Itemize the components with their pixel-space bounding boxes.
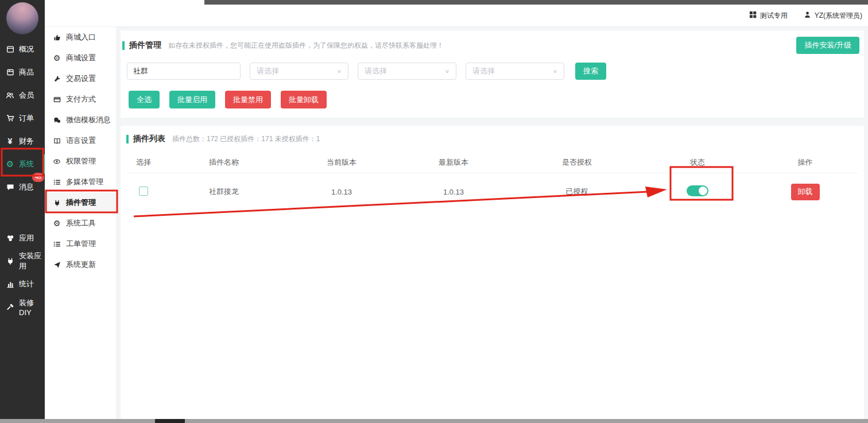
sidebar-item-orders[interactable]: 订单	[0, 107, 45, 130]
submenu-item-mall-entrance[interactable]: 商城入口	[45, 27, 117, 48]
eye-icon	[52, 158, 61, 165]
column-header-authorized: 是否授权	[511, 157, 643, 168]
submenu-item-system-tools[interactable]: ⚙ 系统工具	[45, 213, 117, 234]
apps-cluster-icon	[5, 234, 15, 242]
submenu-item-label: 多媒体管理	[66, 177, 103, 187]
book-icon	[52, 137, 61, 145]
submenu-item-work-orders[interactable]: 工单管理	[45, 234, 117, 254]
submenu-item-label: 系统更新	[66, 259, 96, 270]
sidebar-group-gap	[0, 199, 45, 227]
bar-chart-icon	[5, 280, 15, 288]
select-placeholder: 请选择	[257, 66, 279, 76]
sidebar-item-system[interactable]: ⚙ 系统	[0, 153, 45, 176]
column-header-latest-version: 最新版本	[396, 157, 511, 168]
sidebar-item-decorate-diy[interactable]: 装修DIY	[0, 296, 45, 319]
plugin-list-header: 插件列表 插件总数：172 已授权插件：171 未授权插件：1	[126, 133, 858, 145]
filter-select-2[interactable]: 请选择 ∨	[358, 63, 456, 80]
user-label: YZ(系统管理员)	[815, 11, 862, 21]
submenu-item-payment-methods[interactable]: 支付方式	[45, 89, 117, 110]
section-accent-bar	[122, 41, 125, 50]
column-header-status: 状态	[643, 157, 752, 168]
filter-select-3[interactable]: 请选择 ∨	[466, 63, 564, 80]
sidebar-item-label: 会员	[19, 90, 34, 100]
chevron-down-icon: ∨	[337, 68, 342, 74]
sidebar-item-overview[interactable]: 概况	[0, 38, 45, 61]
sidebar-item-members[interactable]: 会员	[0, 84, 45, 107]
paper-plane-icon	[52, 261, 61, 269]
select-all-button[interactable]: 全选	[129, 91, 160, 108]
sidebar-item-label: 商品	[19, 67, 34, 77]
sidebar-item-label: 概况	[19, 44, 34, 55]
submenu-item-wechat-template-messages[interactable]: 微信模板消息	[45, 110, 117, 130]
bulk-disable-button[interactable]: 批量禁用	[225, 91, 271, 108]
filter-select-1[interactable]: 请选择 ∨	[250, 63, 348, 80]
plugin-table: 选择 插件名称 当前版本 最新版本 是否授权 状态 操作 社群接龙 1.0.13…	[126, 152, 858, 210]
chat-bubble-icon	[5, 183, 15, 191]
sidebar-item-finance[interactable]: ¥ 财务	[0, 130, 45, 153]
grid-icon	[749, 11, 757, 20]
page-title: 插件管理	[129, 40, 161, 51]
sidebar-item-label: 安装应用	[19, 251, 45, 271]
cart-icon	[5, 114, 15, 122]
sidebar-item-messages[interactable]: 消息 48	[0, 176, 45, 199]
install-upgrade-button[interactable]: 插件安装/升级	[796, 37, 859, 54]
plugin-latest-version: 1.0.13	[396, 188, 511, 196]
sidebar-item-label: 系统	[19, 159, 34, 169]
gear-icon: ⚙	[52, 219, 61, 228]
plugin-stats-text: 插件总数：172 已授权插件：171 未授权插件：1	[172, 134, 320, 144]
avatar[interactable]	[6, 2, 38, 34]
bottom-scrollbar-thumb[interactable]	[155, 419, 185, 423]
row-checkbox[interactable]	[139, 187, 148, 196]
submenu-item-label: 插件管理	[66, 197, 96, 208]
sidebar-item-goods[interactable]: 商品	[0, 61, 45, 84]
list-title: 插件列表	[133, 134, 165, 144]
unread-count-badge: 48	[32, 173, 44, 182]
submenu-item-trade-settings[interactable]: 交易设置	[45, 68, 117, 89]
list-icon	[52, 240, 61, 248]
column-header-select: 选择	[126, 157, 161, 168]
credit-card-icon	[52, 96, 61, 103]
submenu-item-label: 语言设置	[66, 135, 96, 146]
search-button[interactable]: 搜索	[575, 63, 606, 80]
wechat-icon	[52, 117, 61, 124]
submenu-item-plugin-management[interactable]: 插件管理	[45, 192, 117, 213]
sidebar-item-statistics[interactable]: 统计	[0, 273, 45, 296]
gears-icon: ⚙	[5, 159, 15, 169]
table-header-row: 选择 插件名称 当前版本 最新版本 是否授权 状态 操作	[126, 152, 858, 173]
column-header-action: 操作	[752, 157, 858, 168]
table-row: 社群接龙 1.0.13 1.0.13 已授权 卸载	[126, 173, 858, 210]
sidebar-item-label: 应用	[19, 233, 34, 243]
submenu-item-label: 交易设置	[66, 73, 96, 84]
keyword-input[interactable]	[127, 63, 241, 80]
workspace-label: 测试专用	[760, 11, 788, 21]
plugin-icon	[52, 199, 61, 207]
gavel-icon	[5, 303, 15, 311]
thumb-up-icon	[52, 34, 61, 41]
authorization-status: 已授权	[511, 187, 643, 197]
sidebar-item-label: 装修DIY	[19, 298, 45, 317]
sidebar-item-install-apps[interactable]: 安装应用	[0, 250, 45, 273]
bulk-enable-button[interactable]: 批量启用	[169, 91, 215, 108]
system-submenu: 商城入口 ⚙ 商城设置 交易设置 支付方式 微信模板消息	[45, 27, 117, 419]
status-toggle[interactable]	[687, 185, 708, 196]
plugin-name: 社群接龙	[161, 187, 287, 197]
bulk-uninstall-button[interactable]: 批量卸载	[281, 91, 327, 108]
plugin-current-version: 1.0.13	[287, 188, 396, 196]
main-sidebar: 概况 商品 会员 订单 ¥ 财务 ⚙ 系统	[0, 0, 45, 419]
submenu-item-permission-management[interactable]: 权限管理	[45, 151, 117, 172]
user-menu[interactable]: YZ(系统管理员)	[804, 11, 862, 21]
users-icon	[5, 91, 15, 99]
column-header-current-version: 当前版本	[287, 157, 396, 168]
plugin-management-card: 插件管理 如存在未授权插件，您可能正在使用盗版插件，为了保障您的权益，请尽快联系…	[121, 30, 864, 118]
sidebar-item-apps[interactable]: 应用	[0, 227, 45, 250]
submenu-item-mall-settings[interactable]: ⚙ 商城设置	[45, 48, 117, 68]
gear-icon: ⚙	[52, 53, 61, 63]
submenu-item-media-management[interactable]: 多媒体管理	[45, 172, 117, 192]
overview-icon	[5, 45, 15, 53]
uninstall-button[interactable]: 卸载	[791, 184, 820, 200]
workspace-switcher[interactable]: 测试专用	[749, 11, 788, 21]
submenu-item-system-update[interactable]: 系统更新	[45, 254, 117, 275]
app-screen: 概况 商品 会员 订单 ¥ 财务 ⚙ 系统	[0, 0, 868, 423]
submenu-item-language-settings[interactable]: 语言设置	[45, 130, 117, 151]
main-content: 插件管理 如存在未授权插件，您可能正在使用盗版插件，为了保障您的权益，请尽快联系…	[117, 27, 868, 419]
